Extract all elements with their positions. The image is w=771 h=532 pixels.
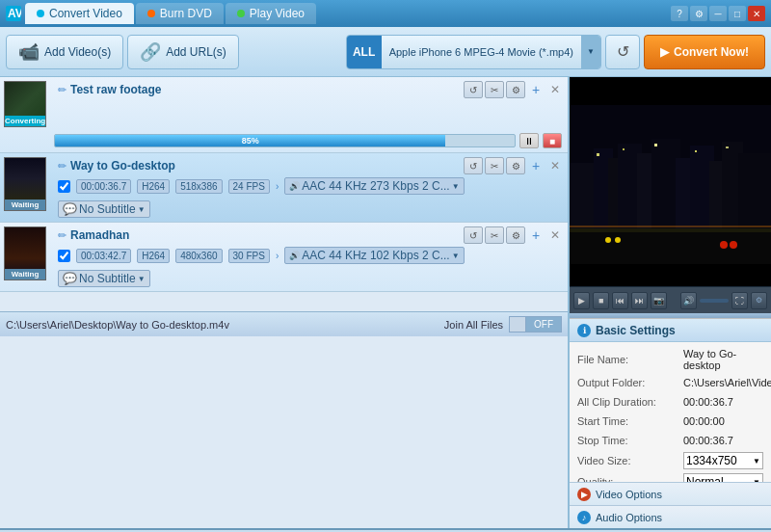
progress-bar-fill-1: 85%	[55, 135, 445, 146]
settings-panel: ℹ Basic Settings File Name: Way to Go-de…	[570, 318, 771, 528]
audio-options-button[interactable]: ♪ Audio Options	[570, 505, 771, 528]
convert-now-button[interactable]: ▶ Convert Now!	[644, 35, 765, 69]
settings-value-filename: Way to Go-desktop	[683, 348, 763, 371]
tab-burn-label: Burn DVD	[160, 7, 212, 20]
settings-header: ℹ Basic Settings	[570, 319, 771, 342]
converting-badge: Converting	[5, 116, 45, 126]
file-duration-2: 00:00:36.7	[76, 179, 131, 194]
file-close-btn-3[interactable]: ✕	[546, 226, 564, 244]
file-close-btn-1[interactable]: ✕	[546, 81, 564, 98]
add-url-icon: 🔗	[140, 41, 161, 63]
settings-select-videosize-arrow: ▼	[753, 457, 760, 466]
format-all-icon: ALL	[347, 35, 382, 69]
play-pause-button[interactable]: ▶	[573, 292, 590, 309]
window-controls: ? ⚙ ─ □ ✕	[671, 6, 765, 21]
next-frame-button[interactable]: ⏭	[631, 292, 648, 309]
settings-label-stop: Stop Time:	[577, 435, 683, 446]
file-checkbox-3[interactable]	[58, 250, 70, 262]
waiting-badge-3: Waiting	[5, 269, 45, 279]
toolbar: 📹 Add Video(s) 🔗 Add URL(s) ALL Apple iP…	[0, 27, 771, 77]
settings-preview-button[interactable]: ⚙	[751, 292, 767, 309]
video-preview	[570, 77, 771, 286]
fullscreen-button[interactable]: ⛶	[731, 292, 748, 309]
add-video-icon: 📹	[18, 41, 40, 63]
pause-button-1[interactable]: ⏸	[519, 133, 539, 148]
file-cut-btn-3[interactable]: ✂	[485, 226, 504, 244]
file-add-btn-1[interactable]: +	[527, 81, 545, 98]
format-dropdown-arrow[interactable]: ▼	[581, 35, 600, 69]
format-selector[interactable]: ALL Apple iPhone 6 MPEG-4 Movie (*.mp4) …	[346, 35, 601, 69]
pencil-icon-1: ✏	[58, 84, 66, 96]
file-reload-btn-2[interactable]: ↺	[464, 157, 483, 174]
file-reload-btn-3[interactable]: ↺	[464, 226, 483, 244]
join-off-btn[interactable]: OFF	[526, 316, 562, 332]
tab-play-video[interactable]: Play Video	[226, 3, 316, 24]
file-checkbox-2[interactable]	[58, 180, 70, 193]
help-button[interactable]: ?	[671, 6, 688, 21]
refresh-button[interactable]: ↺	[605, 35, 640, 69]
settings-label-duration: All Clip Duration:	[577, 396, 683, 408]
bottom-path: C:\Users\Ariel\Desktop\Way to Go-desktop…	[6, 319, 439, 331]
file-audio-3[interactable]: 🔊 AAC 44 KHz 102 Kbps 2 C... ▼	[284, 247, 464, 264]
file-add-btn-3[interactable]: +	[527, 226, 545, 244]
add-video-label: Add Video(s)	[44, 45, 111, 59]
bottom-bar: C:\Users\Ariel\Desktop\Way to Go-desktop…	[0, 311, 568, 336]
settings-select-videosize[interactable]: 1334x750 ▼	[683, 452, 763, 469]
settings-row-folder: Output Folder: C:\Users\Ariel\Videos\...	[570, 373, 771, 392]
screenshot-button[interactable]: 📷	[651, 292, 667, 309]
settings-value-start: 00:00:00	[683, 415, 763, 427]
file-add-btn-2[interactable]: +	[527, 157, 545, 174]
add-url-label: Add URL(s)	[166, 45, 226, 59]
file-name-3: Ramadhan	[70, 228, 129, 242]
tab-convert-video[interactable]: Convert Video	[25, 3, 134, 24]
join-label: Join All Files	[444, 319, 503, 331]
volume-button[interactable]: 🔊	[680, 292, 697, 309]
settings-label-start: Start Time:	[577, 415, 683, 427]
main-area: Converting ✏ Test raw footage ↺ ✂ ⚙ +	[0, 77, 771, 528]
add-video-button[interactable]: 📹 Add Video(s)	[6, 35, 123, 69]
file-config-btn-3[interactable]: ⚙	[506, 226, 525, 244]
settings-select-quality[interactable]: Normal ▼	[683, 473, 763, 482]
file-codec-3: H264	[137, 249, 170, 263]
video-options-button[interactable]: ▶ Video Options	[570, 482, 771, 505]
tab-play-label: Play Video	[250, 7, 305, 20]
tab-convert-dot	[37, 10, 44, 17]
file-audio-2[interactable]: 🔊 AAC 44 KHz 273 Kbps 2 C... ▼	[284, 177, 464, 195]
join-on-btn[interactable]	[509, 316, 526, 332]
subtitle-icon-3: 💬	[63, 272, 77, 285]
title-tabs: Convert Video Burn DVD Play Video	[25, 3, 316, 24]
file-subtitle-2[interactable]: 💬 No Subtitle ▼	[58, 200, 150, 218]
file-item-1: Converting ✏ Test raw footage ↺ ✂ ⚙ +	[0, 77, 568, 153]
settings-value-duration: 00:00:36.7	[683, 396, 763, 408]
svg-rect-18	[695, 150, 697, 152]
settings-row-stop: Stop Time: 00:00:36.7	[570, 431, 771, 450]
prev-frame-button[interactable]: ⏮	[612, 292, 628, 309]
file-config-btn-2[interactable]: ⚙	[506, 157, 525, 174]
file-cut-btn-2[interactable]: ✂	[485, 157, 504, 174]
stop-preview-button[interactable]: ■	[593, 292, 609, 309]
add-url-button[interactable]: 🔗 Add URL(s)	[127, 35, 239, 69]
file-close-btn-2[interactable]: ✕	[546, 157, 564, 174]
svg-point-25	[730, 241, 737, 249]
minimize-button[interactable]: ─	[709, 6, 727, 21]
waiting-badge-2: Waiting	[5, 200, 45, 210]
tab-burn-dvd[interactable]: Burn DVD	[136, 3, 224, 24]
settings-row-quality: Quality: Normal ▼	[570, 471, 771, 482]
close-button[interactable]: ✕	[748, 6, 765, 21]
file-subtitle-3[interactable]: 💬 No Subtitle ▼	[58, 270, 150, 287]
file-cut-btn-1[interactable]: ✂	[485, 81, 504, 98]
file-name-1: Test raw footage	[70, 83, 161, 96]
stop-button-1[interactable]: ■	[543, 133, 562, 148]
join-toggle[interactable]: OFF	[509, 316, 562, 332]
svg-rect-16	[623, 148, 625, 150]
file-config-btn-1[interactable]: ⚙	[506, 81, 525, 98]
video-options-icon: ▶	[577, 488, 591, 501]
speaker-icon-3: 🔊	[289, 251, 300, 260]
file-reload-btn-1[interactable]: ↺	[464, 81, 483, 98]
progress-row-1: 85% ⏸ ■	[0, 131, 568, 152]
maximize-button[interactable]: □	[729, 6, 746, 21]
volume-slider[interactable]	[700, 299, 728, 303]
settings-button[interactable]: ⚙	[690, 6, 707, 21]
file-duration-3: 00:03:42.7	[76, 249, 131, 263]
pencil-icon-3: ✏	[58, 229, 66, 242]
